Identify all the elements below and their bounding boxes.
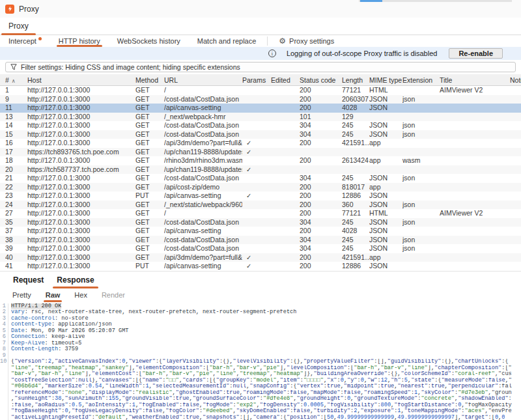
cell-url: / xyxy=(164,209,242,218)
cell-method: GET xyxy=(135,165,164,175)
table-row[interactable]: 22http://127.0.0.1:3000GET/api/cost-zip/… xyxy=(0,183,521,192)
table-row[interactable]: 27http://127.0.0.1:3000GET/20077121HTMLA… xyxy=(0,209,521,218)
subtab-intercept[interactable]: Intercept xyxy=(0,35,50,47)
cell-host: http://127.0.0.1:3000 xyxy=(27,236,135,245)
main-tab-bar: Proxy xyxy=(0,18,521,35)
cell-method: GET xyxy=(135,174,164,183)
top-scrollbar-thumb[interactable] xyxy=(360,0,382,2)
view-tab-pretty[interactable]: Pretty xyxy=(5,288,38,302)
view-tab-raw[interactable]: Raw xyxy=(38,288,68,302)
cell-url: /cost-data/CostData.json xyxy=(164,236,242,245)
table-row[interactable]: 13http://127.0.0.1:3000GET/_next/webpack… xyxy=(0,113,521,122)
cell-method: GET xyxy=(135,244,164,253)
top-scrollbar[interactable] xyxy=(359,0,512,2)
cell-length: 421591… xyxy=(342,139,369,148)
cell-url: /api/canvas-setting xyxy=(164,191,242,201)
cell-params: ✓ xyxy=(242,148,271,157)
header-cell-length[interactable]: Length xyxy=(342,76,369,84)
header-cell-note[interactable]: Note xyxy=(510,76,521,84)
table-row[interactable]: 15http://127.0.0.1:3000GET/cost-data/Cos… xyxy=(0,130,521,139)
cell-number: 15 xyxy=(5,130,27,139)
cell-host: http://127.0.0.1:3000 xyxy=(27,130,135,139)
header-cell--[interactable]: #∧ xyxy=(5,76,27,84)
line-number xyxy=(0,384,8,390)
table-row[interactable]: 20https://tch587737.tch.poe.comGET/up/ch… xyxy=(0,165,521,175)
cell-number: 37 xyxy=(5,227,27,236)
line-number xyxy=(0,378,8,384)
subtab-http-history[interactable]: HTTP history xyxy=(50,35,109,47)
cell-method: GET xyxy=(135,253,164,262)
line-number xyxy=(0,408,8,415)
table-row[interactable]: 35http://127.0.0.1:3000GET/cost-data/Cos… xyxy=(0,218,521,227)
view-tab-render[interactable]: Render xyxy=(94,288,132,302)
infobar-message: Logging of out-of-scope Proxy traffic is… xyxy=(287,49,438,57)
filter-settings-bar[interactable]: Filter settings: Hiding CSS and image co… xyxy=(5,62,516,72)
header-cell-mime-type[interactable]: MIME type xyxy=(369,76,402,84)
response-viewer[interactable]: 1HTTP/1.1 200 OK2vary: rsc, next-router-… xyxy=(0,302,521,420)
sort-asc-indicator: ∧ xyxy=(12,78,16,84)
header-cell-title[interactable]: Title xyxy=(440,76,510,84)
cell-mime-type: JSON xyxy=(369,218,402,227)
table-row[interactable]: 37http://127.0.0.1:3000GET/api/canvas-se… xyxy=(0,227,521,236)
header-cell-status-code[interactable]: Status code xyxy=(300,76,342,84)
response-tab[interactable]: Response xyxy=(50,272,100,288)
cell-method: GET xyxy=(135,227,164,236)
cell-length: 2060307 xyxy=(342,95,369,104)
subtab-websockets-history[interactable]: WebSockets history xyxy=(109,35,189,47)
re-enable-button[interactable]: Re-enable xyxy=(449,48,503,59)
subtab-match-and-replace[interactable]: Match and replace xyxy=(189,35,265,47)
scope-logging-infobar: i Logging of out-of-scope Proxy traffic … xyxy=(0,47,521,60)
cell-url: /rhino3dm/rhino3dm.wasm xyxy=(164,156,242,165)
header-cell-params[interactable]: Params xyxy=(242,76,271,84)
table-row[interactable]: 23http://127.0.0.1:3000PUT/api/canvas-se… xyxy=(0,191,521,201)
table-row[interactable]: 11http://127.0.0.1:3000GET/api/canvas-se… xyxy=(0,104,521,113)
cell-host: http://127.0.0.1:3000 xyxy=(27,174,135,183)
funnel-icon xyxy=(10,64,17,70)
cell-mime-type: app xyxy=(369,139,402,148)
proxy-settings-button[interactable]: ⚙ Proxy settings xyxy=(270,35,343,47)
cell-number: 11 xyxy=(5,104,27,113)
view-tab-hex[interactable]: Hex xyxy=(67,288,94,302)
table-row[interactable]: 24http://127.0.0.1:3000GET/_next/static/… xyxy=(0,201,521,210)
info-icon: i xyxy=(268,49,276,57)
table-row[interactable]: 21http://127.0.0.1:3000GET/cost-data/Cos… xyxy=(0,174,521,183)
cell-status-code: 304 xyxy=(300,174,342,183)
cell-host: http://127.0.0.1:3000 xyxy=(27,121,135,130)
tab-proxy[interactable]: Proxy xyxy=(0,18,37,35)
cell-number: 38 xyxy=(5,236,27,245)
line-number xyxy=(0,415,8,420)
table-row[interactable]: 1http://127.0.0.1:3000GET/20077121HTMLAI… xyxy=(0,86,521,95)
table-row[interactable]: 41http://127.0.0.1:3000PUT/api/canvas-se… xyxy=(0,262,521,271)
cell-url: /api/3dm/demo?part=full&v=20260… xyxy=(164,139,242,148)
subtab-match-and-replace-label: Match and replace xyxy=(197,37,257,45)
cell-method: GET xyxy=(135,209,164,218)
header-cell-extension[interactable]: Extension xyxy=(402,76,440,84)
cell-method: GET xyxy=(135,121,164,130)
header-cell-method[interactable]: Method xyxy=(135,76,164,84)
cell-length: 129 xyxy=(342,113,369,122)
header-cell-host[interactable]: Host xyxy=(27,76,135,84)
cell-params: ✓ xyxy=(242,139,271,148)
cell-number: 23 xyxy=(5,191,27,201)
table-row[interactable]: 40http://127.0.0.1:3000GET/api/3dm/demo?… xyxy=(0,253,521,262)
cell-status-code: 200 xyxy=(300,95,342,104)
table-row[interactable]: 39http://127.0.0.1:3000GET/cost-data/Cos… xyxy=(0,244,521,253)
cell-host: https://tch893765.tch.poe.com xyxy=(27,148,135,157)
request-tab[interactable]: Request xyxy=(7,272,50,288)
gear-icon: ⚙ xyxy=(279,36,286,46)
cell-number: 40 xyxy=(5,253,27,262)
line-number xyxy=(0,365,8,372)
table-row[interactable]: 14http://127.0.0.1:3000GET/cost-data/Cos… xyxy=(0,121,521,130)
table-row[interactable]: 16http://127.0.0.1:3000GET/api/3dm/demo?… xyxy=(0,139,521,148)
table-body: 1http://127.0.0.1:3000GET/20077121HTMLAI… xyxy=(0,86,521,271)
cell-host: http://127.0.0.1:3000 xyxy=(27,262,135,271)
header-cell-url[interactable]: URL xyxy=(164,76,242,84)
table-row[interactable]: 17https://tch893765.tch.poe.comGET/up/ch… xyxy=(0,148,521,157)
filter-settings-text: Filter settings: Hiding CSS and image co… xyxy=(21,63,240,71)
cell-extension: json xyxy=(402,121,440,130)
table-row[interactable]: 18http://127.0.0.1:3000GET/rhino3dm/rhin… xyxy=(0,156,521,165)
table-row[interactable]: 38http://127.0.0.1:3000GET/cost-data/Cos… xyxy=(0,236,521,245)
table-row[interactable]: 9http://127.0.0.1:3000GET/cost-data/Cost… xyxy=(0,95,521,104)
title-bar: Proxy xyxy=(0,0,521,18)
header-cell-edited[interactable]: Edited xyxy=(271,76,300,84)
